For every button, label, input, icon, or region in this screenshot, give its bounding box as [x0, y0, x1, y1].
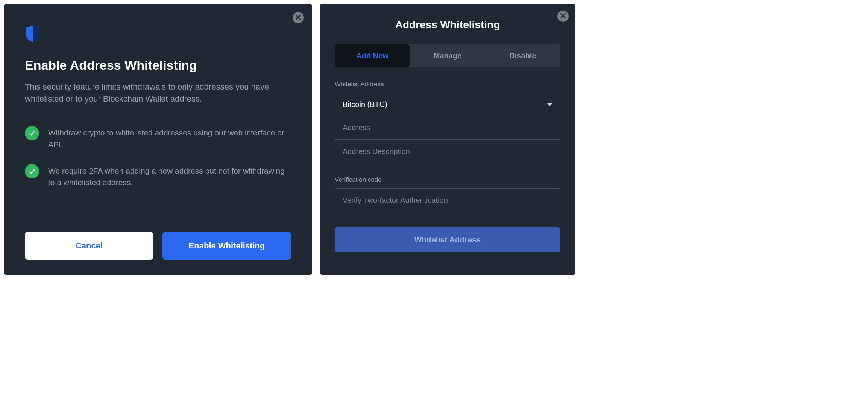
shield-icon	[25, 25, 41, 43]
tab-disable[interactable]: Disable	[485, 44, 560, 67]
panel-title: Address Whitelisting	[335, 19, 560, 31]
close-icon	[560, 13, 566, 20]
feature-item: Withdraw crypto to whitelisted addresses…	[25, 126, 291, 151]
address-description-input[interactable]	[335, 140, 560, 163]
verification-field-group	[335, 188, 560, 212]
modal-description: This security feature limits withdrawals…	[25, 81, 291, 105]
close-button[interactable]	[557, 11, 569, 22]
two-factor-input[interactable]	[335, 189, 560, 212]
enable-whitelisting-modal: Enable Address Whitelisting This securit…	[4, 4, 312, 275]
tab-manage[interactable]: Manage	[410, 44, 485, 67]
whitelist-field-group: Bitcoin (BTC)	[335, 93, 560, 163]
chevron-down-icon	[547, 103, 552, 106]
asset-select-value: Bitcoin (BTC)	[343, 100, 387, 109]
modal-title: Enable Address Whitelisting	[25, 58, 291, 73]
close-button[interactable]	[293, 12, 304, 23]
whitelist-address-label: Whitelist Address	[335, 81, 560, 88]
feature-item: We require 2FA when adding a new address…	[25, 164, 291, 189]
address-whitelisting-panel: Address Whitelisting Add New Manage Disa…	[320, 4, 575, 275]
feature-text: We require 2FA when adding a new address…	[48, 164, 291, 189]
feature-text: Withdraw crypto to whitelisted addresses…	[48, 126, 291, 151]
button-row: Cancel Enable Whitelisting	[25, 217, 291, 260]
tab-add-new[interactable]: Add New	[335, 44, 410, 67]
close-icon	[296, 14, 301, 22]
whitelist-address-button[interactable]: Whitelist Address	[335, 227, 560, 252]
asset-select[interactable]: Bitcoin (BTC)	[335, 93, 560, 116]
check-icon	[25, 126, 39, 140]
check-icon	[25, 164, 39, 178]
cancel-button[interactable]: Cancel	[25, 232, 153, 260]
enable-whitelisting-button[interactable]: Enable Whitelisting	[162, 232, 291, 260]
tab-bar: Add New Manage Disable	[335, 44, 560, 67]
verification-code-label: Verification code	[335, 176, 560, 184]
address-input[interactable]	[335, 116, 560, 140]
